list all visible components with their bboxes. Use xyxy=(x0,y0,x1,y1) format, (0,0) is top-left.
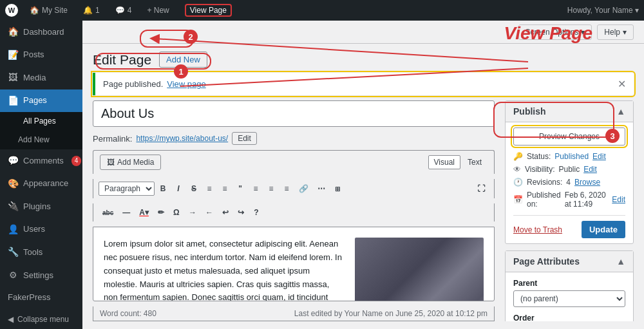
italic-button[interactable]: I xyxy=(171,182,185,195)
user-menu[interactable]: Howdy, Your Name ▾ xyxy=(567,6,639,15)
sidebar-item-all-pages[interactable]: All Pages xyxy=(0,112,82,131)
top-bar: Screen Options ▾ Help ▾ xyxy=(82,21,644,44)
visibility-row: 👁 Visibility: Public Edit xyxy=(513,165,625,174)
notice-dismiss-button[interactable]: ✕ xyxy=(618,78,626,90)
status-edit-link[interactable]: Edit xyxy=(592,152,606,161)
page-header: Edit Page Add New xyxy=(93,52,634,68)
new-content-button[interactable]: + New xyxy=(143,0,173,21)
admin-bar: W 🏠 My Site 🔔 1 💬 4 + New View Page Howd… xyxy=(0,0,644,21)
page-title-input[interactable] xyxy=(93,100,495,127)
tab-visual[interactable]: Visual xyxy=(428,155,460,169)
screen-options-button[interactable]: Screen Options ▾ xyxy=(518,24,592,40)
update-button[interactable]: Update xyxy=(582,221,625,238)
format-select[interactable]: Paragraph Heading 1 Heading 2 xyxy=(99,182,155,196)
comments-badge: 4 xyxy=(71,156,82,166)
view-page-notice-link[interactable]: View page xyxy=(167,79,205,89)
site-name[interactable]: 🏠 My Site xyxy=(26,0,71,21)
media-icon: 🖼 xyxy=(8,71,18,84)
publish-collapse-button[interactable]: ▲ xyxy=(616,106,625,117)
strikethrough-button[interactable]: S xyxy=(187,182,201,195)
help-button[interactable]: Help ▾ xyxy=(597,24,634,40)
media-upload-icon: 🖼 xyxy=(107,158,115,167)
last-edited: Last edited by Your Name on June 25, 202… xyxy=(294,309,488,318)
editor-text-content: Lorem ipsum dolor sit amet, consectetur … xyxy=(104,238,345,290)
sidebar-item-dashboard[interactable]: 🏠 Dashboard xyxy=(0,21,82,44)
sidebar-item-users[interactable]: 👤 Users xyxy=(0,218,82,241)
add-media-button[interactable]: 🖼 Add Media xyxy=(100,155,161,170)
editor-image xyxy=(355,238,484,301)
format-toolbar2: abc — A▾ ✏ Ω → ← ↩ ↪ ? xyxy=(93,203,495,221)
permalink-label: Permalink: xyxy=(93,134,132,144)
publish-body: Preview Changes 🔑 Status: Published Edit… xyxy=(506,122,633,243)
pages-submenu: All Pages Add New xyxy=(0,112,82,149)
published-on-label: Published on: xyxy=(527,191,561,209)
sidebar-item-comments[interactable]: 💬 Comments 4 xyxy=(0,149,82,173)
link-button[interactable]: 🔗 xyxy=(295,182,312,195)
collapse-menu-button[interactable]: ◀ Collapse menu xyxy=(0,310,82,329)
page-attributes-box: Page Attributes ▲ Parent (no parent) xyxy=(505,250,634,321)
bold-button[interactable]: B xyxy=(156,182,170,195)
ordered-list-button[interactable]: ≡ xyxy=(218,182,232,195)
appearance-icon: 🎨 xyxy=(8,178,18,191)
align-right-button[interactable]: ≡ xyxy=(279,182,294,195)
align-left-button[interactable]: ≡ xyxy=(249,182,263,195)
special-char-button[interactable]: Ω xyxy=(169,206,184,219)
comments-icon[interactable]: 💬 4 xyxy=(111,0,136,21)
status-icon: 🔑 xyxy=(513,152,523,161)
revisions-row: 🕐 Revisions: 4 Browse xyxy=(513,178,625,187)
visual-text-tabs: Visual Text xyxy=(428,155,488,169)
undo-button[interactable]: ↩ xyxy=(218,206,232,219)
page-attributes-header: Page Attributes ▲ xyxy=(506,251,633,272)
sidebar-item-pages[interactable]: 📄 Pages xyxy=(0,89,82,113)
more-button[interactable]: ⋯ xyxy=(314,182,329,195)
view-page-bar-button[interactable]: View Page xyxy=(181,0,236,21)
sidebar-item-media[interactable]: 🖼 Media xyxy=(0,66,82,89)
attributes-collapse-button[interactable]: ▲ xyxy=(616,256,625,267)
comments-count[interactable]: 🔔 1 xyxy=(79,0,104,21)
unordered-list-button[interactable]: ≡ xyxy=(202,182,216,195)
revisions-browse-link[interactable]: Browse xyxy=(574,178,600,187)
sidebar-item-settings[interactable]: ⚙ Settings xyxy=(0,264,82,287)
align-center-button[interactable]: ≡ xyxy=(264,182,278,195)
sidebar-item-plugins[interactable]: 🔌 Plugins xyxy=(0,195,82,218)
fullscreen-button[interactable]: ⛶ xyxy=(473,182,489,195)
sidebar-item-tools[interactable]: 🔧 Tools xyxy=(0,241,82,264)
page-content: Edit Page Add New Page published. View p… xyxy=(82,44,644,329)
blockquote-button[interactable]: " xyxy=(233,182,247,195)
parent-select[interactable]: (no parent) xyxy=(513,290,625,307)
sidebar-item-add-new[interactable]: Add New xyxy=(0,131,82,149)
indent-button[interactable]: → xyxy=(185,206,200,219)
custom-char-button[interactable]: ✏ xyxy=(154,206,168,219)
move-to-trash-link[interactable]: Move to Trash xyxy=(513,225,562,234)
settings-icon: ⚙ xyxy=(8,269,18,282)
text-color-button[interactable]: A▾ xyxy=(135,206,153,219)
horizontal-rule-button[interactable]: — xyxy=(118,206,134,219)
tools-icon: 🔧 xyxy=(8,246,18,259)
collapse-icon: ◀ xyxy=(8,315,14,324)
permalink-url[interactable]: https://mywp.site/about-us/ xyxy=(136,134,228,143)
posts-icon: 📝 xyxy=(8,49,18,62)
sidebar-item-posts[interactable]: 📝 Posts xyxy=(0,44,82,67)
visibility-icon: 👁 xyxy=(513,165,521,174)
format-toolbar: Paragraph Heading 1 Heading 2 B I S ≡ ≡ … xyxy=(93,179,495,198)
help-editor-button[interactable]: ? xyxy=(249,206,263,219)
redo-button[interactable]: ↪ xyxy=(234,206,248,219)
page-title: Edit Page xyxy=(93,52,151,68)
sidebar-item-appearance[interactable]: 🎨 Appearance xyxy=(0,173,82,196)
editor-body[interactable]: Lorem ipsum dolor sit amet, consectetur … xyxy=(93,227,495,301)
editor-toolbar-top: 🖼 Add Media Visual Text xyxy=(93,150,495,174)
editor-wrap: Permalink: https://mywp.site/about-us/ E… xyxy=(93,100,634,321)
add-new-page-button[interactable]: Add New xyxy=(159,52,207,68)
outdent-button[interactable]: ← xyxy=(202,206,217,219)
toggle-toolbar-button[interactable]: ⊞ xyxy=(330,183,345,194)
word-count: Word count: 480 xyxy=(100,309,156,318)
permalink-edit-button[interactable]: Edit xyxy=(232,132,257,145)
published-on-edit-link[interactable]: Edit xyxy=(612,195,625,204)
wp-icon[interactable]: W xyxy=(5,4,18,17)
order-group: Order xyxy=(513,314,625,321)
strikethrough2-button[interactable]: abc xyxy=(99,207,117,218)
visibility-edit-link[interactable]: Edit xyxy=(583,165,597,174)
preview-changes-button[interactable]: Preview Changes xyxy=(513,127,625,146)
revisions-label: Revisions: xyxy=(527,178,562,187)
tab-text[interactable]: Text xyxy=(462,155,488,169)
